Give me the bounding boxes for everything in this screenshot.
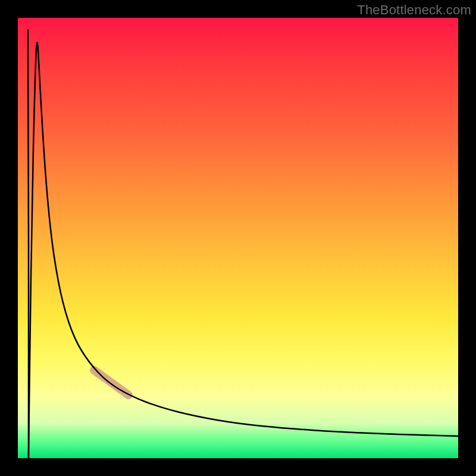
curve-main	[29, 42, 458, 458]
chart-container: TheBottleneck.com	[0, 0, 476, 476]
watermark-text: TheBottleneck.com	[357, 2, 471, 18]
curve-layer	[18, 18, 458, 458]
curve-spike	[28, 30, 29, 458]
